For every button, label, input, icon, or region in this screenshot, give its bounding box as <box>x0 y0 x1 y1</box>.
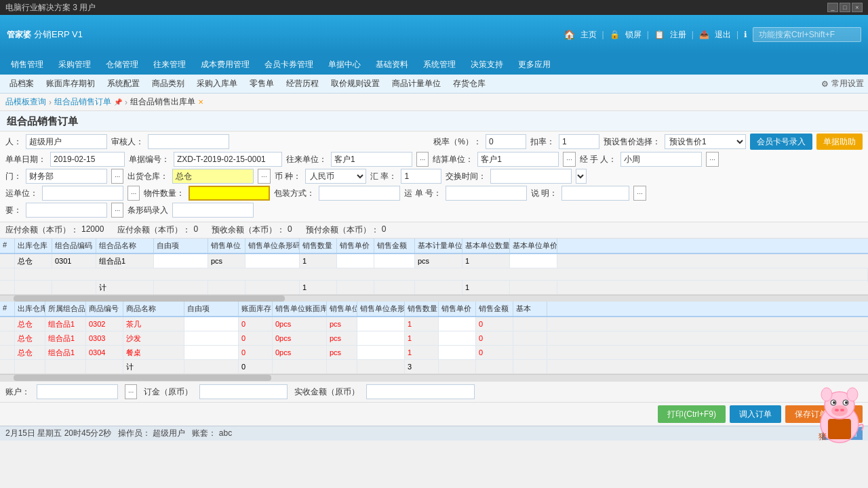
form-area: 人： 审核人： 税率（%）： 扣率： 预设售价选择： 预设售价1 会员卡号录入 … <box>0 131 868 222</box>
barcode-input[interactable] <box>172 203 254 218</box>
close-button[interactable]: × <box>852 3 863 12</box>
maximize-button[interactable]: □ <box>840 3 850 12</box>
account-select-button[interactable]: ··· <box>125 384 137 399</box>
reviewer-input[interactable] <box>148 134 229 149</box>
handler-input[interactable] <box>620 152 702 167</box>
dept-input[interactable] <box>26 169 107 184</box>
nav-warehouse[interactable]: 仓储管理 <box>99 56 145 73</box>
logistics-input[interactable] <box>42 186 123 201</box>
member-card-button[interactable]: 会员卡号录入 <box>750 134 812 150</box>
settle-unit-input[interactable] <box>477 152 559 167</box>
breadcrumb-template[interactable]: 品模板查询 <box>5 96 46 108</box>
header-bqty: 基本单位数量 <box>462 239 510 253</box>
wh-input[interactable] <box>172 169 254 184</box>
lock-label[interactable]: 锁屏 <box>625 29 642 41</box>
cell-code[interactable]: 0301 <box>52 254 96 268</box>
nav-sales[interactable]: 销售管理 <box>4 56 50 73</box>
account-input[interactable] <box>37 384 118 399</box>
cell-free[interactable] <box>154 254 208 268</box>
dept-select-button[interactable]: ··· <box>111 169 123 184</box>
nav-purchase[interactable]: 采购管理 <box>52 56 98 73</box>
to-unit-select-button[interactable]: ··· <box>416 152 429 167</box>
nav-transactions[interactable]: 往来管理 <box>146 56 193 73</box>
lower-scrollbar[interactable] <box>0 374 868 381</box>
help-button[interactable]: 单据助助 <box>816 134 863 150</box>
minimize-button[interactable]: _ <box>827 3 838 12</box>
settings-button[interactable]: ⚙ 常用设置 <box>821 78 864 89</box>
tax-input[interactable] <box>486 134 526 149</box>
reviewer-label: 审核人： <box>111 136 144 148</box>
logout-icon[interactable]: 📤 <box>699 30 709 39</box>
upper-scrollbar[interactable] <box>0 295 868 302</box>
lock-icon[interactable]: 🔒 <box>610 30 620 39</box>
cell-bunit[interactable]: pcs <box>415 254 462 268</box>
cell-bprice[interactable] <box>510 254 557 268</box>
currency-select[interactable]: 人民币 <box>305 169 366 184</box>
nav-more[interactable]: 更多应用 <box>511 56 557 73</box>
window-controls[interactable]: _ □ × <box>827 3 863 12</box>
order-amount-input[interactable] <box>199 384 288 399</box>
cell-sprice[interactable] <box>337 254 374 268</box>
discount-input[interactable] <box>559 134 599 149</box>
handler-select-button[interactable]: ··· <box>706 152 718 167</box>
nav-system[interactable]: 系统管理 <box>416 56 462 73</box>
exchange-time-select[interactable] <box>576 169 587 184</box>
cell-sunitcode[interactable] <box>245 254 300 268</box>
cell-samount[interactable] <box>374 254 415 268</box>
subnav-price-rules[interactable]: 取价规则设置 <box>326 76 385 92</box>
close-breadcrumb-icon[interactable]: ✕ <box>198 98 203 106</box>
wh-select-button[interactable]: ··· <box>258 169 270 184</box>
order-no-input[interactable] <box>174 152 282 167</box>
nav-decision[interactable]: 决策支持 <box>464 56 510 73</box>
search-input[interactable] <box>753 27 861 42</box>
logout-label[interactable]: 退出 <box>715 29 731 41</box>
settle-unit-select-button[interactable]: ··· <box>563 152 575 167</box>
note-select-button[interactable]: ··· <box>633 186 646 201</box>
subnav-product[interactable]: 品档案 <box>4 76 39 92</box>
subnav-history[interactable]: 经营历程 <box>281 76 324 92</box>
cell-name[interactable]: 组合品1 <box>96 254 154 268</box>
barcode-label: 条形码录入 <box>127 205 168 216</box>
cell-sqty[interactable]: 1 <box>300 254 337 268</box>
actual-amount-input[interactable] <box>366 384 475 399</box>
subnav-inventory[interactable]: 存货仓库 <box>448 76 491 92</box>
nav-members[interactable]: 会员卡券管理 <box>258 56 320 73</box>
lower-table-row-1: 总仓 组合品1 0302 茶几 0 0pcs pcs 1 0 <box>0 317 868 331</box>
date-input[interactable] <box>50 152 125 167</box>
cell-sunit[interactable]: pcs <box>208 254 245 268</box>
cell-bqty[interactable]: 1 <box>462 254 510 268</box>
pack-input[interactable] <box>319 186 400 201</box>
register-label[interactable]: 注册 <box>670 29 686 41</box>
cell-wh[interactable]: 总仓 <box>15 254 52 268</box>
exchange-input[interactable] <box>401 169 441 184</box>
logistics-no-input[interactable] <box>446 186 527 201</box>
dept-label: 门： <box>5 171 22 182</box>
import-button[interactable]: 调入订单 <box>730 405 781 423</box>
to-unit-input[interactable] <box>331 152 412 167</box>
remarks-input[interactable] <box>26 203 107 218</box>
subnav-category[interactable]: 商品类别 <box>146 76 190 92</box>
info-icon[interactable]: ℹ <box>744 30 747 39</box>
home-icon[interactable]: 🏠 <box>564 29 575 40</box>
logistics-select-button[interactable]: ··· <box>127 186 140 201</box>
note-input[interactable] <box>561 186 629 201</box>
price-select[interactable]: 预设售价1 <box>665 134 746 149</box>
subnav-purchase-in[interactable]: 采购入库单 <box>191 76 243 92</box>
subnav-config[interactable]: 系统配置 <box>102 76 145 92</box>
person-input[interactable] <box>26 134 107 149</box>
home-label[interactable]: 主页 <box>580 29 597 41</box>
print-button[interactable]: 打印(Ctrl+F9) <box>658 405 726 423</box>
subnav-retail[interactable]: 零售单 <box>244 76 279 92</box>
subnav-uom[interactable]: 商品计量单位 <box>387 76 446 92</box>
lower-header-combo: 所属组合品 <box>45 302 86 316</box>
remarks-select-button[interactable]: ··· <box>111 203 123 218</box>
subnav-stock-init[interactable]: 账面库存期初 <box>41 76 100 92</box>
exchange-time-input[interactable] <box>490 169 572 184</box>
nav-orders[interactable]: 单据中心 <box>321 56 368 73</box>
register-icon[interactable]: 📋 <box>654 30 665 39</box>
upper-total-bqty: 1 <box>462 281 510 294</box>
pieces-input[interactable] <box>189 186 270 201</box>
breadcrumb-sales-order[interactable]: 组合品销售订单 <box>54 96 111 108</box>
nav-costs[interactable]: 成本费用管理 <box>194 56 256 73</box>
nav-basics[interactable]: 基础资料 <box>369 56 415 73</box>
